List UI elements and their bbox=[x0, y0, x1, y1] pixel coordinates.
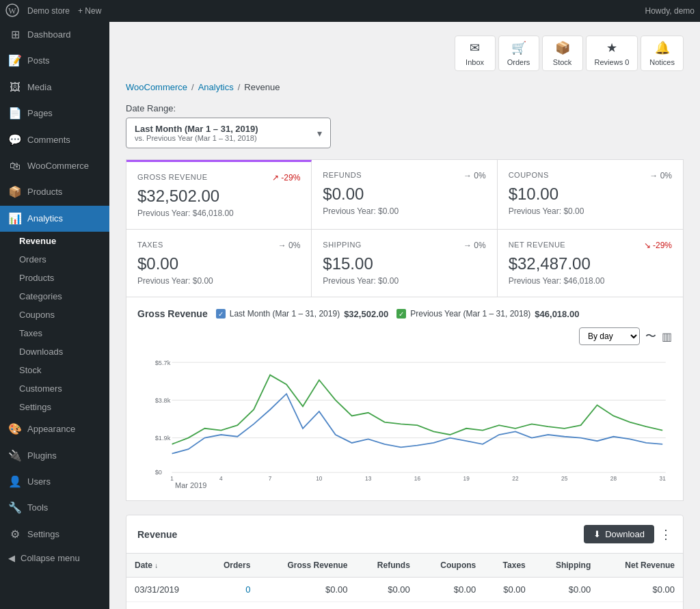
table-title: Revenue bbox=[137, 529, 177, 540]
green-line bbox=[172, 375, 663, 444]
col-date[interactable]: Date ↓ bbox=[126, 554, 204, 578]
site-name[interactable]: Demo store bbox=[27, 6, 70, 16]
stock-label: Stock bbox=[553, 58, 572, 66]
sidebar-label-woocommerce: WooCommerce bbox=[27, 160, 89, 172]
chart-svg: $5.7k $3.8k $1.9k $0 1 4 7 bbox=[137, 356, 672, 482]
sidebar-sub-products[interactable]: Products bbox=[0, 269, 109, 287]
svg-text:$3.8k: $3.8k bbox=[155, 397, 171, 404]
sidebar-item-woocommerce[interactable]: 🛍 WooCommerce bbox=[0, 153, 109, 179]
settings-icon: ⚙ bbox=[8, 527, 22, 542]
col-coupons[interactable]: Coupons bbox=[418, 554, 484, 578]
stats-grid: GROSS REVENUE $32,502.00 ↗ -29% Previous… bbox=[126, 159, 684, 297]
stat-value-2: $10.00 bbox=[509, 185, 672, 204]
legend-prev: ✓ Previous Year (Mar 1 – 31, 2018) $46,0… bbox=[396, 309, 579, 319]
new-link[interactable]: + New bbox=[78, 6, 101, 16]
stat-card-2: COUPONS $10.00 → 0% Previous Year: $0.00 bbox=[498, 160, 683, 230]
order-link[interactable]: 0 bbox=[245, 584, 250, 595]
sidebar-sub-revenue[interactable]: Revenue bbox=[0, 232, 109, 250]
svg-text:22: 22 bbox=[512, 476, 519, 482]
col-taxes[interactable]: Taxes bbox=[484, 554, 533, 578]
sidebar-label-plugins: Plugins bbox=[27, 450, 57, 462]
stock-button[interactable]: 📦 Stock bbox=[542, 36, 583, 71]
by-day-select[interactable]: By day By week By month bbox=[579, 327, 640, 345]
sidebar-label-pages: Pages bbox=[27, 107, 53, 120]
appearance-icon: 🎨 bbox=[8, 422, 22, 437]
download-button[interactable]: ⬇ Download bbox=[584, 525, 654, 543]
products-icon: 📦 bbox=[8, 185, 22, 200]
wp-logo[interactable]: W bbox=[5, 3, 19, 19]
collapse-icon: ◀ bbox=[8, 553, 15, 563]
breadcrumb-current: Revenue bbox=[244, 82, 280, 92]
chart-container: $5.7k $3.8k $1.9k $0 1 4 7 bbox=[137, 356, 672, 489]
svg-text:28: 28 bbox=[610, 476, 617, 482]
sidebar-item-plugins[interactable]: 🔌 Plugins bbox=[0, 443, 109, 469]
sidebar-sub-coupons[interactable]: Coupons bbox=[0, 306, 109, 324]
cell-gross: $0.00 bbox=[258, 578, 355, 602]
orders-button[interactable]: 🛒 Orders bbox=[498, 36, 539, 71]
col-shipping[interactable]: Shipping bbox=[534, 554, 600, 578]
chart-title: Gross Revenue bbox=[137, 308, 208, 319]
date-range-select[interactable]: Last Month (Mar 1 – 31, 2019) vs. Previo… bbox=[126, 118, 331, 148]
reviews-label: Reviews 0 bbox=[595, 58, 630, 66]
blue-line bbox=[172, 394, 663, 453]
sidebar-item-products[interactable]: 📦 Products bbox=[0, 179, 109, 205]
bar-chart-btn[interactable]: ▥ bbox=[662, 330, 672, 343]
sidebar-item-settings[interactable]: ⚙ Settings bbox=[0, 522, 109, 547]
sidebar-label-comments: Comments bbox=[27, 134, 70, 146]
sidebar-item-media[interactable]: 🖼 Media bbox=[0, 75, 109, 100]
inbox-button[interactable]: ✉ Inbox bbox=[455, 36, 496, 71]
stat-change-1: → 0% bbox=[463, 171, 486, 180]
collapse-menu[interactable]: ◀ Collapse menu bbox=[0, 547, 109, 569]
notices-button[interactable]: 🔔 Notices bbox=[641, 36, 684, 71]
sidebar-sub-stock[interactable]: Stock bbox=[0, 361, 109, 379]
sidebar-item-appearance[interactable]: 🎨 Appearance bbox=[0, 416, 109, 442]
inbox-label: Inbox bbox=[466, 58, 484, 66]
more-options-button[interactable]: ⋮ bbox=[660, 527, 672, 542]
stat-card-4: SHIPPING $15.00 → 0% Previous Year: $0.0… bbox=[312, 230, 497, 297]
svg-text:$1.9k: $1.9k bbox=[155, 435, 171, 442]
sidebar-sub-orders[interactable]: Orders bbox=[0, 250, 109, 269]
sidebar-sub-categories[interactable]: Categories bbox=[0, 287, 109, 306]
stat-prev-2: Previous Year: $0.00 bbox=[509, 206, 672, 216]
cell-shipping: $0.00 bbox=[534, 578, 600, 602]
svg-text:$5.7k: $5.7k bbox=[155, 360, 171, 366]
col-net[interactable]: Net Revenue bbox=[599, 554, 683, 578]
svg-text:16: 16 bbox=[414, 476, 421, 482]
comments-icon: 💬 bbox=[8, 133, 22, 148]
line-chart-btn[interactable]: 〜 bbox=[645, 329, 656, 344]
sidebar-sub-customers[interactable]: Customers bbox=[0, 379, 109, 398]
sidebar-item-comments[interactable]: 💬 Comments bbox=[0, 127, 109, 153]
cell-refunds: $0.00 bbox=[356, 578, 418, 602]
sidebar-sub-taxes[interactable]: Taxes bbox=[0, 324, 109, 342]
stat-value-3: $0.00 bbox=[137, 254, 300, 273]
sidebar-item-tools[interactable]: 🔧 Tools bbox=[0, 495, 109, 521]
sidebar-item-users[interactable]: 👤 Users bbox=[0, 469, 109, 495]
sidebar-item-analytics[interactable]: 📊 Analytics bbox=[0, 206, 109, 232]
breadcrumb-woocommerce[interactable]: WooCommerce bbox=[126, 82, 187, 92]
legend-checkbox-blue[interactable]: ✓ bbox=[216, 309, 226, 319]
col-refunds[interactable]: Refunds bbox=[356, 554, 418, 578]
tools-icon: 🔧 bbox=[8, 500, 22, 515]
sidebar-sub-settings[interactable]: Settings bbox=[0, 398, 109, 416]
svg-text:25: 25 bbox=[561, 476, 568, 482]
cell-taxes: $0.00 bbox=[484, 602, 533, 610]
stat-card-1: REFUNDS $0.00 → 0% Previous Year: $0.00 bbox=[312, 160, 497, 230]
table-actions: ⬇ Download ⋮ bbox=[584, 525, 672, 543]
legend-checkbox-green[interactable]: ✓ bbox=[396, 309, 406, 319]
stat-card-3: TAXES $0.00 → 0% Previous Year: $0.00 bbox=[126, 230, 312, 297]
woo-icon: 🛍 bbox=[8, 159, 22, 174]
stat-change-4: → 0% bbox=[463, 241, 486, 250]
breadcrumb-analytics[interactable]: Analytics bbox=[198, 82, 234, 92]
sidebar-item-pages[interactable]: 📄 Pages bbox=[0, 100, 109, 126]
col-gross[interactable]: Gross Revenue bbox=[258, 554, 355, 578]
sidebar-item-dashboard[interactable]: ⊞ Dashboard bbox=[0, 22, 109, 48]
analytics-icon: 📊 bbox=[8, 211, 22, 226]
legend-current-amount: $32,502.00 bbox=[344, 309, 388, 319]
cell-gross: $0.00 bbox=[258, 602, 355, 610]
reviews-button[interactable]: ★ Reviews 0 bbox=[586, 36, 638, 71]
stat-value-4: $15.00 bbox=[323, 254, 485, 273]
main-content: ✉ Inbox 🛒 Orders 📦 Stock ★ Reviews 0 🔔 N… bbox=[109, 22, 700, 609]
sidebar-item-posts[interactable]: 📝 Posts bbox=[0, 48, 109, 74]
col-orders[interactable]: Orders bbox=[204, 554, 258, 578]
sidebar-sub-downloads[interactable]: Downloads bbox=[0, 342, 109, 361]
